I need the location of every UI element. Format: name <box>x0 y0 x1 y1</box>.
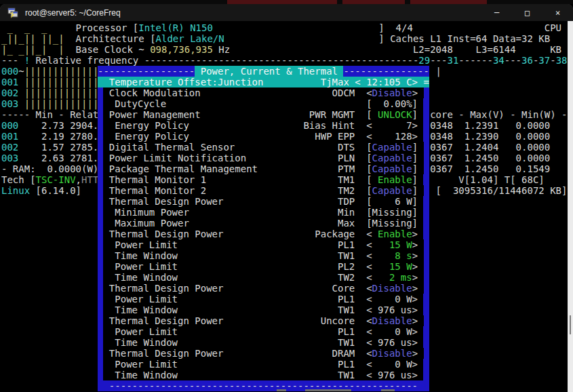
dialog-row[interactable]: Thermal Design Power Core <Disable> <box>98 283 429 294</box>
dialog-row[interactable]: Power Limit PL1 < 15 W> <box>98 239 429 250</box>
dialog-row[interactable]: DutyCycle [ 0.00%] <box>98 98 429 109</box>
dialog-row[interactable]: Thermal Monitor 2 TM2 [Capable] <box>98 185 429 196</box>
terminal-line: |_ _||_| | Base Clock ~ 098,736,935 Hz L… <box>1 44 568 55</box>
footer-fragment <box>305 389 351 391</box>
dialog-row[interactable]: Time Window TW2 < 2 ms> <box>98 272 429 283</box>
dialog-row[interactable]: Time Window TW1 < 976 us> <box>98 370 429 380</box>
dialog-row[interactable]: Power Limit PL2 < 15 W> <box>98 261 429 272</box>
dialog-row[interactable]: Thermal Design Power TDP [ 6 W] <box>98 196 429 207</box>
dialog-row[interactable]: Minimum Power Min [Missing] <box>98 207 429 218</box>
dialog-row[interactable]: Thermal Design Power DRAM <Disable> <box>98 348 429 359</box>
dialog-row[interactable]: Power Limit PL1 < 0 W> <box>98 294 429 305</box>
dialog-row[interactable]: Power Limit PL1 < 0 W> <box>98 326 429 337</box>
dialog-row[interactable]: Package Thermal Management PTM [Capable] <box>98 163 429 174</box>
dialog-row[interactable]: Power Limit Notification PLN [Capable] <box>98 153 429 163</box>
dialog-row[interactable]: Time Window TW1 < 8 s> <box>98 250 429 261</box>
dialog-row[interactable]: Energy Policy Bias Hint < 7> <box>98 120 429 131</box>
maximize-button[interactable]: □ <box>512 4 542 21</box>
dialog-row[interactable]: Power Limit PL1 < 0 W> <box>98 359 429 370</box>
terminal-line: _||_|| ||_| Architecture [Alder Lake/N ]… <box>1 33 568 44</box>
footer-fragment <box>277 389 286 391</box>
putty-icon[interactable] <box>7 7 18 18</box>
dialog-row[interactable]: Thermal Design Power Uncore <Disable> <box>98 315 429 326</box>
dialog-row[interactable]: Clock Modulation ODCM <Disable> <box>98 87 429 98</box>
dialog-row[interactable]: Thermal Design Power Package < Enable> <box>98 229 429 239</box>
minimize-button[interactable]: ─ <box>481 4 512 21</box>
dialog-bottom-border: ----------------------------------------… <box>98 380 429 391</box>
close-button[interactable]: × <box>542 4 573 21</box>
scrollbar[interactable] <box>568 21 573 392</box>
scrollbar-thumb[interactable] <box>570 315 571 334</box>
dialog-row[interactable]: Energy Policy HWP EPP < 128> <box>98 131 429 142</box>
putty-window: root@server5: ~/CoreFreq ─ □ × _ _ _ Pro… <box>0 4 573 392</box>
terminal-viewport[interactable]: _ _ _ Processor [Intel(R) N150 ] 4/4 CPU… <box>0 21 573 392</box>
window-title: root@server5: ~/CoreFreq <box>25 8 481 18</box>
dialog-row[interactable]: Time Window TW1 < 976 us> <box>98 337 429 348</box>
dialog-row[interactable]: Maximum Power Max [Missing] <box>98 218 429 229</box>
dialog-row[interactable]: Power Management PWR MGMT [ UNLOCK] <box>98 109 429 120</box>
dialog-row[interactable]: Thermal Monitor 1 TM1 [ Enable] <box>98 174 429 185</box>
footer-fragment <box>381 389 395 391</box>
titlebar[interactable]: root@server5: ~/CoreFreq ─ □ × <box>0 4 573 21</box>
dialog-top-border: ----------------- Power, Current & Therm… <box>98 66 429 77</box>
dialog-row[interactable]: Digital Thermal Sensor DTS [Capable] <box>98 142 429 153</box>
terminal-line: --- ! Relative frequency ---------------… <box>1 55 568 66</box>
dialog-selected-row[interactable]: Temperature Offset:Junction TjMax < 12:1… <box>98 77 429 87</box>
corefreq-dialog: ----------------- Power, Current & Therm… <box>98 66 429 391</box>
dialog-row[interactable]: Time Window TW1 < 976 us> <box>98 305 429 315</box>
terminal-line: _ _ _ Processor [Intel(R) N150 ] 4/4 CPU <box>1 22 568 33</box>
